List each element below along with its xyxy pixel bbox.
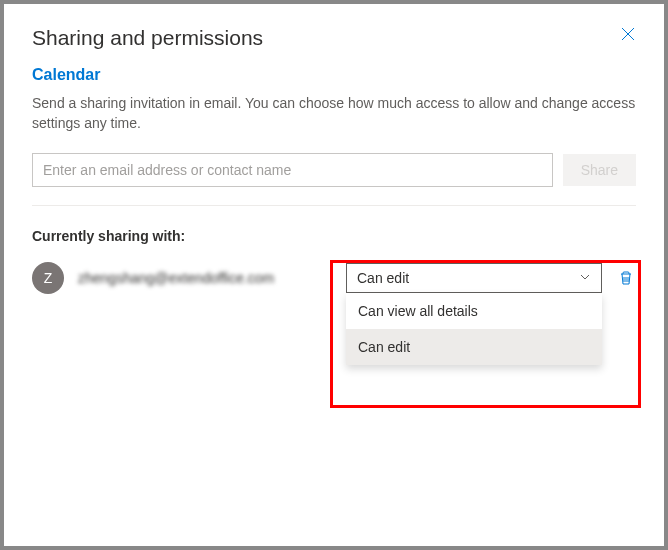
avatar-initial: Z: [44, 270, 53, 286]
invite-row: Share: [32, 153, 636, 187]
currently-sharing-label: Currently sharing with:: [32, 228, 636, 244]
option-view-all-details[interactable]: Can view all details: [346, 293, 602, 329]
contact-email: zhengshang@extendoffice.com: [78, 270, 336, 286]
permission-dropdown-wrapper: Can edit Can view all details Can edit: [346, 263, 602, 293]
avatar: Z: [32, 262, 64, 294]
calendar-name: Calendar: [32, 66, 636, 84]
share-entry-row: Z zhengshang@extendoffice.com Can edit C…: [32, 262, 636, 294]
permission-dropdown[interactable]: Can edit: [346, 263, 602, 293]
panel-title: Sharing and permissions: [32, 26, 263, 50]
close-icon: [621, 27, 635, 41]
trash-icon: [618, 270, 634, 286]
divider: [32, 205, 636, 206]
chevron-down-icon: [579, 270, 591, 286]
option-can-edit[interactable]: Can edit: [346, 329, 602, 365]
dropdown-selected-value: Can edit: [357, 270, 409, 286]
sharing-permissions-panel: Sharing and permissions Calendar Send a …: [4, 4, 664, 546]
panel-header: Sharing and permissions: [32, 26, 636, 50]
close-button[interactable]: [620, 26, 636, 42]
sharing-description: Send a sharing invitation in email. You …: [32, 94, 636, 133]
permission-dropdown-menu: Can view all details Can edit: [346, 293, 602, 365]
delete-share-button[interactable]: [616, 268, 636, 288]
share-button[interactable]: Share: [563, 154, 636, 186]
contact-input[interactable]: [32, 153, 553, 187]
